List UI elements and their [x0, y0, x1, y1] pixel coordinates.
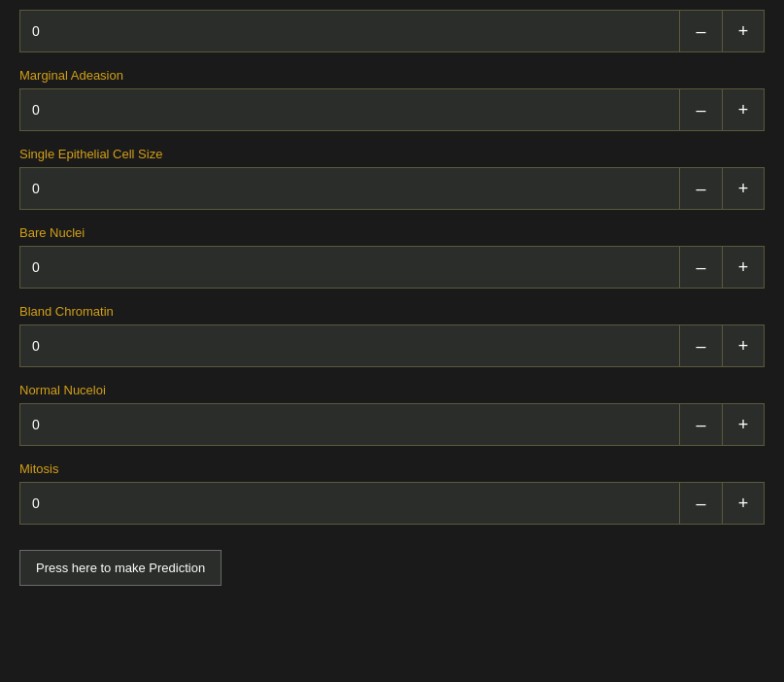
- input-row-normal-nuceloi: – +: [19, 403, 765, 446]
- input-bare-nuclei[interactable]: [19, 246, 679, 289]
- input-single-epithelial-cell-size[interactable]: [19, 167, 679, 210]
- field-group-mitosis: Mitosis – +: [19, 461, 765, 525]
- field-group-bland-chromatin: Bland Chromatin – +: [19, 304, 765, 367]
- input-marginal-adeasion[interactable]: [19, 88, 679, 131]
- input-row-bland-chromatin: – +: [19, 324, 765, 367]
- field-group-marginal-adeasion: Marginal Adeasion – +: [19, 68, 765, 131]
- input-bland-chromatin[interactable]: [19, 324, 679, 367]
- label-single-epithelial-cell-size: Single Epithelial Cell Size: [19, 147, 765, 161]
- decrement-bland-chromatin-button[interactable]: –: [679, 324, 722, 367]
- increment-bland-chromatin-button[interactable]: +: [722, 324, 765, 367]
- label-mitosis: Mitosis: [19, 461, 765, 476]
- input-normal-nuceloi[interactable]: [19, 403, 679, 446]
- main-container: – + Marginal Adeasion – + Single Epithel…: [0, 0, 784, 605]
- increment-bare-nuclei-button[interactable]: +: [722, 246, 765, 289]
- field-group-bare-nuclei: Bare Nuclei – +: [19, 225, 765, 289]
- increment-top-button[interactable]: +: [722, 10, 765, 52]
- increment-mitosis-button[interactable]: +: [722, 482, 765, 525]
- decrement-normal-nuceloi-button[interactable]: –: [679, 403, 722, 446]
- input-row-marginal-adeasion: – +: [19, 88, 765, 131]
- input-mitosis[interactable]: [19, 482, 679, 525]
- decrement-marginal-adeasion-button[interactable]: –: [679, 88, 722, 131]
- field-group-normal-nuceloi: Normal Nuceloi – +: [19, 383, 765, 446]
- label-normal-nuceloi: Normal Nuceloi: [19, 383, 765, 397]
- decrement-mitosis-button[interactable]: –: [679, 482, 722, 525]
- label-bare-nuclei: Bare Nuclei: [19, 225, 765, 240]
- decrement-bare-nuclei-button[interactable]: –: [679, 246, 722, 289]
- field-group-top: – +: [19, 10, 765, 52]
- input-row-mitosis: – +: [19, 482, 765, 525]
- input-row-bare-nuclei: – +: [19, 246, 765, 289]
- label-bland-chromatin: Bland Chromatin: [19, 304, 765, 319]
- field-group-single-epithelial-cell-size: Single Epithelial Cell Size – +: [19, 147, 765, 210]
- label-marginal-adeasion: Marginal Adeasion: [19, 68, 765, 83]
- increment-marginal-adeasion-button[interactable]: +: [722, 88, 765, 131]
- input-top[interactable]: [19, 10, 679, 52]
- decrement-top-button[interactable]: –: [679, 10, 722, 52]
- predict-button[interactable]: Press here to make Prediction: [19, 550, 222, 586]
- input-row-top: – +: [19, 10, 765, 52]
- increment-single-epithelial-cell-size-button[interactable]: +: [722, 167, 765, 210]
- input-row-single-epithelial-cell-size: – +: [19, 167, 765, 210]
- increment-normal-nuceloi-button[interactable]: +: [722, 403, 765, 446]
- decrement-single-epithelial-cell-size-button[interactable]: –: [679, 167, 722, 210]
